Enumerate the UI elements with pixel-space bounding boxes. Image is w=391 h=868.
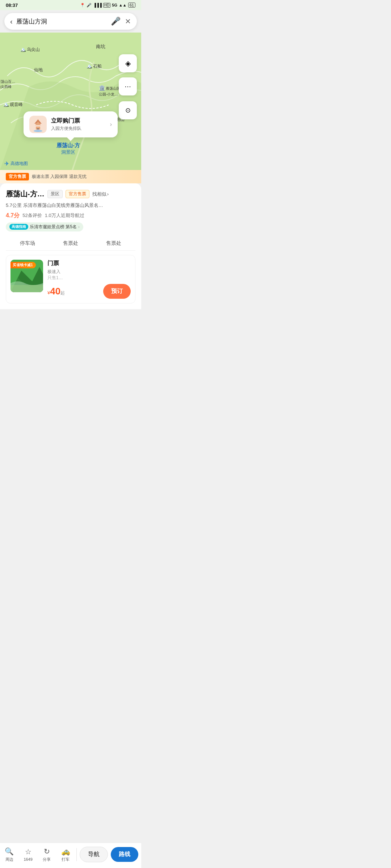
layers-button[interactable]: ◈ xyxy=(119,54,137,72)
battery-icon: 61 xyxy=(128,3,135,8)
guide-arrow-icon: › xyxy=(78,225,80,229)
similar-label: 找相似 xyxy=(92,191,106,197)
map-label-xiandi: 仙地 xyxy=(34,67,43,73)
rating-score: 4.7分 xyxy=(6,212,20,220)
gaode-logo: ✈ xyxy=(4,160,9,167)
place-description: 5.7公里 乐清市雁荡山白芙线旁雁荡山风景名… xyxy=(6,202,135,209)
signal-icon: ▐▐▐ xyxy=(93,3,101,7)
ticket1-label: 售票处 xyxy=(63,240,78,246)
scenic-sub: 洞景区 xyxy=(56,149,80,156)
official-tag: 官方售票 xyxy=(6,173,29,180)
ticket2-label: 售票处 xyxy=(106,240,121,246)
guide-tag[interactable]: 高德指南 乐清市遛娃景点榜 第5名 › xyxy=(6,222,83,231)
sub-tab-ticket2[interactable]: 售票处 xyxy=(92,237,135,250)
price-unit: 起 xyxy=(60,290,65,295)
popup-icon xyxy=(29,116,47,133)
similar-arrow-icon: › xyxy=(107,191,109,197)
official-desc: 极速出票 入园保障 退款无忧 xyxy=(32,174,87,180)
place-panel: 雁荡山-方… 景区 官方售票 找相似 › 5.7公里 乐清市雁荡山白芙线旁雁荡山… xyxy=(0,183,141,309)
scenic-name: 雁荡山-方 xyxy=(56,142,80,149)
wifi-icon: ▲▲ xyxy=(119,3,127,7)
similar-button[interactable]: 找相似 › xyxy=(92,191,109,197)
mic-status-icon: 🎤 xyxy=(87,3,92,8)
official-banner: 官方售票 极速出票 入园保障 退款无忧 xyxy=(0,170,141,183)
search-query: 雁荡山方洞 xyxy=(16,17,111,26)
location-icon: 📍 xyxy=(80,3,85,8)
popup-desc: 入园方便免排队 xyxy=(51,125,81,132)
gaode-text: 高德地图 xyxy=(10,161,28,167)
ticket-badge: 买省钱卡减1 xyxy=(10,262,36,268)
place-type-tag: 景区 xyxy=(47,190,63,198)
search-bar: ‹ 雁荡山方洞 🎤 ✕ xyxy=(4,13,137,30)
map-label-shichuan: 石船 xyxy=(86,63,102,69)
ticket-image-wrap: 买省钱卡减1 xyxy=(10,260,43,299)
more-button[interactable]: ⋯ xyxy=(119,77,137,95)
ticket-sold: 只售1… xyxy=(47,275,131,281)
popup-triangle xyxy=(67,137,74,141)
svg-rect-5 xyxy=(37,128,39,129)
status-bar: 08:37 📍 🎤 ▐▐▐ HD 5G ▲▲ 61 xyxy=(0,0,141,10)
sub-tab-ticket1[interactable]: 售票处 xyxy=(49,237,92,250)
more-icon: ⋯ xyxy=(125,82,131,90)
parking-label: 停车场 xyxy=(20,240,35,246)
price-amount: 40 xyxy=(50,286,60,297)
review-count: 52条评价 xyxy=(22,212,42,219)
status-icons: 📍 🎤 ▐▐▐ HD 5G ▲▲ 61 xyxy=(80,3,135,8)
ticket-info: 门票 极速入 只售1… ¥40起 预订 xyxy=(47,260,131,299)
map-scenic-label: 雁荡山-方 洞景区 xyxy=(56,142,80,156)
official-sell-tag: 官方售票 xyxy=(66,190,89,198)
layers-icon: ◈ xyxy=(125,59,131,68)
navi-count: 1.0万人近期导航过 xyxy=(45,212,84,219)
hd-icon: HD xyxy=(103,3,110,8)
popup-content: 立即购门票 入园方便免排队 xyxy=(51,117,81,132)
map-label-xifeng: 雁荡山百…岗尖西峰 xyxy=(0,79,15,89)
status-time: 08:37 xyxy=(6,3,18,8)
map-area[interactable]: 乌尖山 南坑 仙地 石船 雁荡山百…岗尖西峰 观音峰 雁荡山国家公园-小龙… 大… xyxy=(0,33,141,170)
map-label-guanyinfeng: 观音峰 xyxy=(3,101,23,108)
popup-arrow-icon: › xyxy=(110,121,112,128)
place-header: 雁荡山-方… 景区 官方售票 找相似 › xyxy=(6,189,135,199)
ticket-card: 买省钱卡减1 门票 极速入 只售1… ¥40起 预订 xyxy=(6,255,135,303)
location-button[interactable]: ⊙ xyxy=(119,101,137,119)
map-label-wujianshan: 乌尖山 xyxy=(20,46,40,53)
svg-point-6 xyxy=(34,130,42,132)
ticket-price-row: ¥40起 预订 xyxy=(47,284,131,299)
sub-tab-parking[interactable]: 停车场 xyxy=(6,237,49,250)
rating-row: 4.7分 52条评价 1.0万人近期导航过 xyxy=(6,212,135,220)
sub-tabs: 停车场 售票处 售票处 xyxy=(6,237,135,251)
map-label-nankeng: 南坑 xyxy=(96,43,105,50)
gaode-watermark: ✈ 高德地图 xyxy=(4,160,28,167)
ticket-title: 门票 xyxy=(47,260,131,267)
gaode-label: 高德指南 xyxy=(9,224,28,230)
mic-icon[interactable]: 🎤 xyxy=(111,17,121,26)
guide-text: 乐清市遛娃景点榜 第5名 xyxy=(30,224,77,230)
location-target-icon: ⊙ xyxy=(125,106,131,114)
ticket-popup[interactable]: 立即购门票 入园方便免排队 › xyxy=(24,111,118,137)
place-name: 雁荡山-方… xyxy=(6,189,45,199)
book-button[interactable]: 预订 xyxy=(103,284,131,299)
popup-title: 立即购门票 xyxy=(51,117,81,125)
back-button[interactable]: ‹ xyxy=(10,17,13,26)
clear-button[interactable]: ✕ xyxy=(125,17,131,26)
ticket-price: ¥40起 xyxy=(47,286,65,297)
network-icon: 5G xyxy=(112,3,117,7)
ticket-subtitle: 极速入 xyxy=(47,269,131,275)
